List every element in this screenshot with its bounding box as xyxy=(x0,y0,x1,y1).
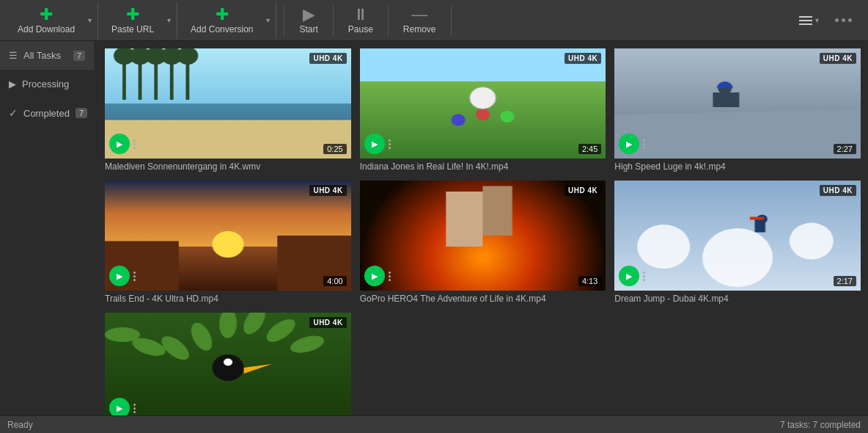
toolbar: ✚ Add Download ▾ ✚ Paste URL ▾ ✚ Add Con… xyxy=(0,0,868,41)
play-circle-button[interactable]: ▶ xyxy=(364,134,385,154)
start-button[interactable]: ▶ Start xyxy=(289,2,328,39)
statusbar: Ready 7 tasks: 7 completed xyxy=(0,415,868,433)
uhd-badge: UHD 4K xyxy=(820,185,856,196)
play-dots-icon xyxy=(133,272,136,281)
paste-url-button[interactable]: ✚ Paste URL xyxy=(101,2,164,39)
play-button-area: ▶ xyxy=(109,266,136,286)
duration-badge: 4:00 xyxy=(323,276,346,286)
pause-button[interactable]: ⏸ Pause xyxy=(338,2,383,39)
play-dots-icon xyxy=(643,272,645,281)
paste-plus-icon: ✚ xyxy=(126,7,139,23)
video-thumbnail: UHD 4K▶4:13 xyxy=(360,181,606,291)
sidebar-item-completed[interactable]: ✓ Completed 7 xyxy=(0,98,94,128)
uhd-badge: UHD 4K xyxy=(309,317,346,328)
video-card[interactable]: UHD 4K▶2:17Dream Jump - Dubai 4K.mp4 xyxy=(614,181,861,304)
uhd-badge: UHD 4K xyxy=(309,185,346,196)
play-circle-button[interactable]: ▶ xyxy=(109,134,130,154)
menu-icon: ☰ xyxy=(9,50,18,61)
status-left: Ready xyxy=(7,420,33,430)
completed-check-icon: ✓ xyxy=(9,107,18,119)
menu-dropdown-arrow: ▾ xyxy=(815,16,819,24)
play-dots-icon xyxy=(389,272,391,281)
add-download-group: ✚ Add Download ▾ xyxy=(7,2,98,39)
video-title: Trails End - 4K Ultra HD.mp4 xyxy=(105,294,351,304)
thumb-canvas xyxy=(105,313,351,415)
pause-icon: ⏸ xyxy=(353,7,369,23)
add-download-dropdown[interactable]: ▾ xyxy=(85,2,95,39)
video-title: GoPro HERO4 The Adventure of Life in 4K.… xyxy=(360,294,606,304)
video-title: Dream Jump - Dubai 4K.mp4 xyxy=(614,294,861,304)
completed-badge: 7 xyxy=(76,108,87,118)
play-button-area: ▶ xyxy=(364,134,391,154)
play-button-area: ▶ xyxy=(109,134,136,154)
video-card[interactable]: UHD 4K▶2:27High Speed Luge in 4k!.mp4 xyxy=(614,48,861,172)
duration-badge: 2:17 xyxy=(834,276,856,286)
separator-4 xyxy=(451,6,452,35)
add-conversion-group: ✚ Add Conversion ▾ xyxy=(180,2,276,39)
play-button-area: ▶ xyxy=(619,134,645,154)
video-thumbnail: UHD 4K▶ xyxy=(105,313,351,415)
duration-badge: 2:27 xyxy=(834,144,856,154)
play-dots-icon xyxy=(643,139,645,149)
video-title: Indiana Jones in Real Life! In 4K!.mp4 xyxy=(360,161,606,172)
video-title: Malediven Sonnenuntergang in 4K.wmv xyxy=(105,161,351,172)
play-dots-icon xyxy=(389,139,391,149)
video-title: High Speed Luge in 4k!.mp4 xyxy=(614,161,861,172)
completed-label: Completed xyxy=(23,108,70,119)
remove-icon: — xyxy=(411,7,427,23)
play-circle-button[interactable]: ▶ xyxy=(364,266,385,286)
add-conversion-dropdown[interactable]: ▾ xyxy=(263,2,273,39)
play-circle-button[interactable]: ▶ xyxy=(109,398,130,415)
all-tasks-badge: 7 xyxy=(73,51,85,61)
separator-2 xyxy=(333,6,334,35)
uhd-badge: UHD 4K xyxy=(564,53,601,64)
video-thumbnail: UHD 4K▶2:27 xyxy=(614,48,861,159)
sidebar: ☰ All Tasks 7 ▶ Processing ✓ Completed 7 xyxy=(0,41,94,415)
uhd-badge: UHD 4K xyxy=(564,185,601,196)
all-tasks-label: All Tasks xyxy=(23,50,61,61)
thumb-canvas xyxy=(360,181,606,291)
status-right: 7 tasks: 7 completed xyxy=(780,420,861,430)
start-icon: ▶ xyxy=(303,7,315,23)
duration-badge: 4:13 xyxy=(578,276,601,286)
start-label: Start xyxy=(299,24,317,34)
remove-button[interactable]: — Remove xyxy=(393,2,446,39)
thumb-canvas xyxy=(105,181,351,291)
video-card[interactable]: UHD 4K▶Bird 4K.mp4 xyxy=(105,313,351,415)
paste-url-group: ✚ Paste URL ▾ xyxy=(101,2,177,39)
add-download-button[interactable]: ✚ Add Download xyxy=(7,2,85,39)
conversion-plus-icon: ✚ xyxy=(216,7,229,23)
play-button-area: ▶ xyxy=(364,266,391,286)
duration-badge: 2:45 xyxy=(578,144,601,154)
add-download-label: Add Download xyxy=(18,24,75,34)
play-dots-icon xyxy=(133,404,136,413)
add-conversion-label: Add Conversion xyxy=(191,24,253,34)
uhd-badge: UHD 4K xyxy=(309,53,346,64)
more-options-button[interactable] xyxy=(826,14,861,26)
play-button-area: ▶ xyxy=(619,266,645,286)
play-circle-button[interactable]: ▶ xyxy=(619,134,639,154)
sidebar-item-all-tasks[interactable]: ☰ All Tasks 7 xyxy=(0,41,94,70)
play-button-area: ▶ xyxy=(109,398,136,415)
paste-url-dropdown[interactable]: ▾ xyxy=(164,2,174,39)
sidebar-item-processing[interactable]: ▶ Processing xyxy=(0,70,94,98)
uhd-badge: UHD 4K xyxy=(820,53,856,64)
main-area: ☰ All Tasks 7 ▶ Processing ✓ Completed 7… xyxy=(0,41,868,415)
duration-badge: 0:25 xyxy=(323,144,346,154)
video-thumbnail: UHD 4K▶4:00 xyxy=(105,181,351,291)
menu-button[interactable]: ▾ xyxy=(792,12,826,29)
menu-lines-icon xyxy=(799,16,812,25)
play-dots-icon xyxy=(133,139,136,149)
video-card[interactable]: UHD 4K▶2:45Indiana Jones in Real Life! I… xyxy=(360,48,606,172)
video-thumbnail: UHD 4K▶2:17 xyxy=(614,181,861,291)
video-card[interactable]: UHD 4K▶0:25Malediven Sonnenuntergang in … xyxy=(105,48,351,172)
video-thumbnail: UHD 4K▶2:45 xyxy=(360,48,606,159)
play-circle-button[interactable]: ▶ xyxy=(109,266,130,286)
content-area: UHD 4K▶0:25Malediven Sonnenuntergang in … xyxy=(94,41,868,415)
remove-label: Remove xyxy=(403,24,436,34)
play-circle-button[interactable]: ▶ xyxy=(619,266,639,286)
video-card[interactable]: UHD 4K▶4:00Trails End - 4K Ultra HD.mp4 xyxy=(105,181,351,304)
video-card[interactable]: UHD 4K▶4:13GoPro HERO4 The Adventure of … xyxy=(360,181,606,304)
thumb-canvas xyxy=(105,48,351,159)
add-conversion-button[interactable]: ✚ Add Conversion xyxy=(180,2,263,39)
